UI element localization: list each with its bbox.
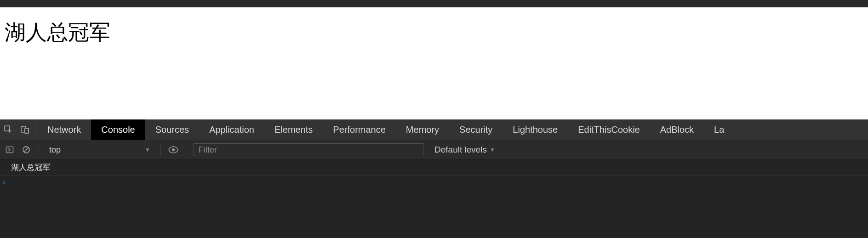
tab-security[interactable]: Security bbox=[449, 119, 503, 140]
inspect-element-icon[interactable] bbox=[0, 119, 17, 140]
chevron-down-icon: ▼ bbox=[145, 147, 150, 153]
clear-console-icon[interactable] bbox=[19, 143, 33, 157]
svg-line-6 bbox=[24, 148, 29, 152]
tab-adblock[interactable]: AdBlock bbox=[650, 119, 704, 140]
toggle-console-sidebar-icon[interactable] bbox=[3, 143, 17, 157]
tab-performance[interactable]: Performance bbox=[323, 119, 396, 140]
devtools-panel: Network Console Sources Application Elem… bbox=[0, 119, 868, 238]
tab-sources[interactable]: Sources bbox=[145, 119, 199, 140]
console-prompt-row[interactable]: › bbox=[0, 176, 868, 188]
execution-context-select[interactable]: top ▼ bbox=[45, 143, 155, 157]
tab-overflow[interactable]: La bbox=[704, 119, 734, 140]
svg-point-7 bbox=[172, 148, 175, 151]
devtools-tabstrip: Network Console Sources Application Elem… bbox=[0, 119, 868, 140]
tab-console[interactable]: Console bbox=[91, 119, 145, 140]
page-content-area: 湖人总冠军 bbox=[0, 7, 868, 119]
toolbar-separator bbox=[39, 145, 39, 155]
log-levels-label: Default levels bbox=[434, 145, 487, 155]
tab-elements[interactable]: Elements bbox=[264, 119, 323, 140]
page-heading: 湖人总冠军 bbox=[5, 18, 863, 47]
live-expression-icon[interactable] bbox=[166, 143, 180, 157]
tab-memory[interactable]: Memory bbox=[396, 119, 449, 140]
svg-rect-2 bbox=[25, 128, 29, 133]
console-toolbar: top ▼ Default levels ▼ bbox=[0, 140, 868, 160]
log-levels-select[interactable]: Default levels ▼ bbox=[434, 145, 495, 155]
console-filter-input[interactable] bbox=[194, 143, 423, 156]
console-output: 湖人总冠军 › bbox=[0, 160, 868, 238]
chevron-down-icon: ▼ bbox=[490, 147, 495, 153]
device-toolbar-icon[interactable] bbox=[17, 119, 33, 140]
toolbar-separator bbox=[186, 145, 186, 155]
tab-network[interactable]: Network bbox=[37, 119, 91, 140]
console-log-line[interactable]: 湖人总冠军 bbox=[0, 160, 868, 176]
prompt-chevron-icon: › bbox=[3, 178, 8, 186]
tab-application[interactable]: Application bbox=[199, 119, 264, 140]
tab-lighthouse[interactable]: Lighthouse bbox=[503, 119, 568, 140]
tab-editthiscookie[interactable]: EditThisCookie bbox=[568, 119, 650, 140]
tabstrip-separator bbox=[35, 124, 35, 135]
execution-context-label: top bbox=[49, 145, 61, 155]
toolbar-separator bbox=[160, 145, 161, 155]
browser-chrome-top-strip bbox=[0, 0, 868, 7]
